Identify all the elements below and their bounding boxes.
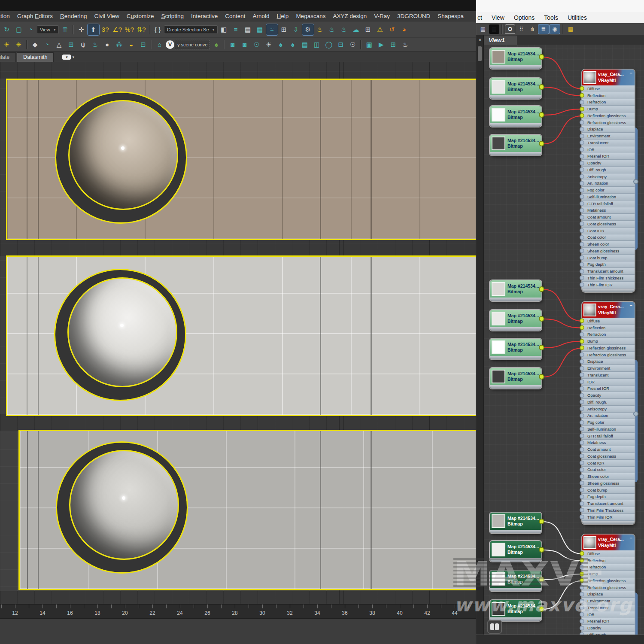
input-socket[interactable]	[580, 461, 584, 465]
horizontal-scrollbar[interactable]	[476, 635, 644, 644]
input-socket[interactable]	[580, 366, 584, 371]
node-wire[interactable]	[543, 574, 582, 580]
input-socket[interactable]	[580, 626, 584, 630]
input-socket[interactable]	[580, 434, 584, 438]
output-socket[interactable]	[633, 179, 638, 184]
slot-coat-amount[interactable]: Coat amount	[582, 446, 635, 453]
slot-diffuse[interactable]: Diffuse	[582, 318, 635, 325]
node-wire[interactable]	[543, 57, 582, 89]
input-socket[interactable]	[580, 283, 584, 287]
input-socket[interactable]	[580, 140, 584, 145]
slot-coat-color[interactable]: Coat color	[582, 467, 635, 474]
slot-fog-color[interactable]: Fog color	[582, 419, 635, 426]
curve-editor-icon[interactable]: ≈	[266, 24, 278, 35]
mirror-icon[interactable]: ◧	[218, 24, 230, 35]
input-socket[interactable]	[580, 269, 584, 273]
region-select-icon[interactable]: ▢	[13, 24, 24, 35]
slot-anisotropy[interactable]: Anisotropy	[582, 406, 635, 413]
slot-sheen-color[interactable]: Sheen color	[582, 473, 635, 480]
node-wire[interactable]	[543, 116, 582, 144]
input-socket[interactable]	[580, 167, 584, 172]
output-socket[interactable]	[539, 141, 544, 146]
input-socket[interactable]	[580, 481, 584, 486]
material-preview-sphere-middle[interactable]	[67, 277, 177, 387]
slot-translucent-amount[interactable]: Translucent amount	[582, 500, 635, 507]
output-socket[interactable]	[539, 316, 544, 322]
sphere-slice-icon[interactable]: ◔	[41, 39, 53, 50]
slot-thin-film-thickness[interactable]: Thin Film Thickness	[582, 507, 635, 514]
slot-coat-ior[interactable]: Coat IOR	[582, 460, 635, 467]
input-socket[interactable]	[580, 332, 584, 337]
select-move-icon[interactable]: ✛	[76, 24, 87, 35]
input-socket[interactable]	[580, 565, 584, 569]
redo-icon[interactable]: ↻	[1, 24, 12, 35]
torus-icon[interactable]: ◯	[323, 39, 334, 50]
slot-fresnel-ior[interactable]: Fresnel IOR	[582, 153, 635, 160]
material-editor-titlebar[interactable]	[476, 0, 644, 12]
output-socket[interactable]	[539, 547, 544, 553]
sample-checker-dark-icon[interactable]: ▦	[489, 24, 499, 34]
material-preview-sphere-bottom[interactable]	[69, 450, 179, 560]
node-wire[interactable]	[543, 522, 582, 554]
slot-fresnel-ior[interactable]: Fresnel IOR	[582, 386, 635, 392]
slot-coat-glossiness[interactable]: Coat glossiness	[582, 453, 635, 460]
input-socket[interactable]	[580, 106, 584, 111]
collapse-icon[interactable]: −	[630, 70, 632, 76]
render-map-icon[interactable]: ▦	[565, 24, 576, 34]
input-socket[interactable]	[580, 93, 584, 98]
slot-ior[interactable]: IOR	[582, 611, 635, 618]
slot-refraction-glossiness[interactable]: Refraction glossiness	[582, 584, 635, 591]
menu-scripting[interactable]: Scripting	[161, 13, 184, 19]
slot-coat-ior[interactable]: Coat IOR	[582, 228, 635, 234]
input-socket[interactable]	[580, 174, 584, 179]
bitmap-node[interactable]: Map #214534...Bitmap	[490, 310, 541, 331]
bitmap-node[interactable]: Map #214534...Bitmap	[490, 368, 541, 389]
input-socket[interactable]	[580, 161, 584, 165]
output-socket[interactable]	[539, 519, 544, 524]
preview-strip-bottom[interactable]	[18, 430, 477, 590]
render-teapot-gear-icon[interactable]: ♨	[314, 24, 326, 35]
light-bulb-icon[interactable]: ☉	[251, 39, 262, 50]
input-socket[interactable]	[580, 100, 584, 104]
opening-icon[interactable]: ◫	[311, 39, 322, 50]
slot-reflection-glossiness[interactable]: Reflection glossiness	[582, 345, 635, 352]
tab-list-dropdown[interactable]: ▼▾	[62, 54, 75, 61]
selection-set-select[interactable]: Create Selection Se	[164, 25, 218, 34]
vraymtl-node[interactable]: vray_Cera...VRayMtl−DiffuseReflectionRef…	[582, 535, 635, 635]
slot-diffuse[interactable]: Diffuse	[582, 550, 635, 557]
input-socket[interactable]	[580, 447, 584, 452]
input-socket[interactable]	[580, 208, 584, 213]
tab-ulate[interactable]: ulate	[0, 52, 16, 62]
input-socket[interactable]	[580, 592, 584, 596]
bulb-outline-icon[interactable]: ☉	[347, 39, 358, 50]
slot-bump[interactable]: Bump	[582, 106, 635, 112]
input-socket[interactable]	[580, 373, 584, 377]
input-socket[interactable]	[580, 194, 584, 199]
show-maps-icon[interactable]: ◉	[550, 24, 560, 34]
input-socket[interactable]	[580, 605, 584, 610]
monitor-play-icon[interactable]: ▶	[375, 39, 387, 50]
render-setup-icon[interactable]: ⚙	[302, 24, 314, 35]
me-menu-utilities[interactable]: Utilities	[568, 14, 587, 21]
input-socket[interactable]	[580, 571, 584, 576]
input-socket[interactable]	[580, 558, 584, 563]
input-socket[interactable]	[580, 474, 584, 479]
bitmap-node[interactable]: Map #214534...Bitmap	[490, 571, 541, 591]
rendered-frame-icon[interactable]: ♨	[326, 24, 338, 35]
preview-strip-middle[interactable]	[6, 255, 477, 416]
snap-pins-icon[interactable]: ⇈	[59, 24, 71, 35]
slot-thin-film-thickness[interactable]: Thin Film Thickness	[582, 275, 635, 282]
slot-opacity[interactable]: Opacity	[582, 625, 635, 632]
camera-icon[interactable]: ◙	[227, 39, 238, 50]
gutter-scrollbar[interactable]	[478, 46, 482, 61]
slot-coat-amount[interactable]: Coat amount	[582, 214, 635, 221]
slot-fresnel-ior[interactable]: Fresnel IOR	[582, 618, 635, 625]
input-socket[interactable]	[580, 359, 584, 364]
spinner-snap-icon[interactable]: ⇅?	[136, 24, 147, 35]
input-socket[interactable]	[580, 494, 584, 499]
menu-customize[interactable]: Customize	[127, 13, 154, 19]
input-socket[interactable]	[580, 598, 584, 603]
input-socket[interactable]	[580, 551, 584, 556]
camera-add-icon[interactable]: ◙	[239, 39, 250, 50]
input-socket[interactable]	[580, 134, 584, 138]
